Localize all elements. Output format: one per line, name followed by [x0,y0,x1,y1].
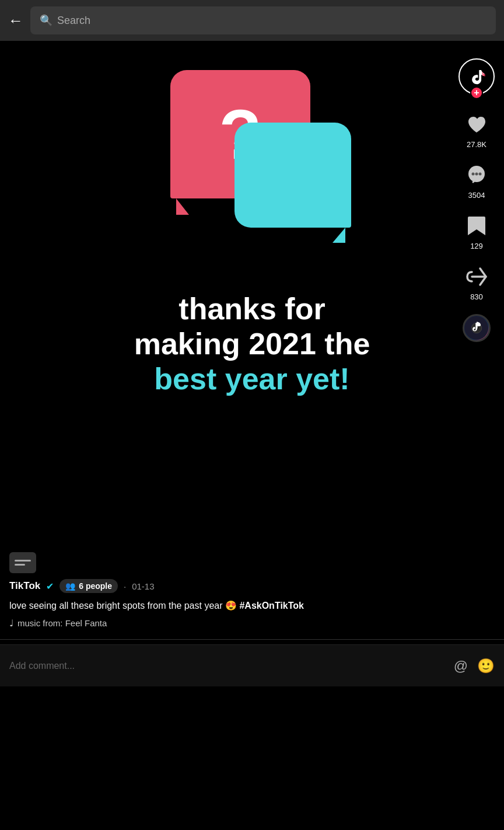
search-bar[interactable]: 🔍 Search [30,6,496,34]
at-mention-icon[interactable]: @ [454,658,468,674]
divider [0,639,504,640]
like-icon [463,111,490,138]
right-actions: + 27.8K 3504 [459,58,495,342]
bookmark-icon [463,212,490,239]
hashtag[interactable]: #AskOnTikTok [239,601,304,611]
share-icon [463,263,490,290]
date-text: · [124,581,126,591]
comment-input[interactable]: Add comment... [9,661,447,671]
search-icon: 🔍 [40,14,52,27]
search-placeholder: Search [57,15,90,27]
caption-line-2 [15,564,25,566]
video-content: ? thanks for making 2021 the best year y… [0,41,504,543]
collab-icon: 👥 [65,581,75,591]
tiktok-logo-icon [466,65,488,88]
music-text: ♩ music from: Feel Fanta [9,618,495,629]
illustration: ? [135,64,369,274]
music-disc[interactable] [463,314,491,342]
bookmark-action[interactable]: 129 [463,212,490,250]
caption-text: love seeing all these bright spots from … [9,599,495,613]
collab-badge[interactable]: 👥 6 people [60,579,118,593]
main-text-line1: thanks for [134,292,370,327]
back-button[interactable]: ← [8,12,23,30]
header: ← 🔍 Search [0,0,504,41]
share-action[interactable]: 830 [463,263,490,301]
bubble-cyan [235,123,351,228]
caption-line-1 [15,560,31,562]
main-text-line2: making 2021 the [134,327,370,362]
music-label[interactable]: music from: Feel Fanta [18,618,107,628]
follow-plus-badge[interactable]: + [470,86,483,99]
user-row: TikTok ✔ 👥 6 people · 01-13 [9,579,495,593]
caption-icon[interactable] [9,552,36,573]
comment-count: 3504 [468,191,485,200]
comment-bar: Add comment... @ 🙂 [0,644,504,686]
comment-action-icons: @ 🙂 [454,658,495,674]
caption-lines [15,560,31,566]
video-text: thanks for making 2021 the best year yet… [99,292,405,396]
like-count: 27.8K [467,140,487,149]
like-action[interactable]: 27.8K [463,111,490,149]
username[interactable]: TikTok [9,580,40,592]
emoji-icon[interactable]: 🙂 [477,658,495,674]
share-count: 830 [470,292,483,301]
post-date: 01-13 [132,581,154,591]
bookmark-count: 129 [470,242,483,250]
verified-icon: ✔ [46,581,54,592]
svg-point-3 [479,173,482,176]
svg-point-1 [472,173,475,176]
bottom-info: TikTok ✔ 👥 6 people · 01-13 love seeing … [0,543,504,634]
avatar-wrap[interactable]: + [459,58,495,95]
comment-action[interactable]: 3504 [463,162,490,200]
music-note-icon: ♩ [9,618,14,629]
svg-point-2 [475,173,478,176]
highlight-text: best year yet! [134,362,370,397]
comment-icon [463,162,490,189]
collab-count: 6 people [79,581,112,591]
